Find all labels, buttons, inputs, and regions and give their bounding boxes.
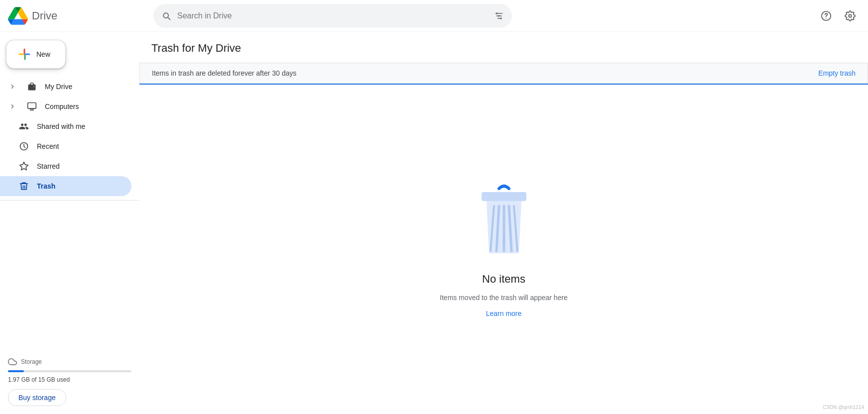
trash-notice-bar: Items in trash are deleted forever after… [139,63,868,84]
svg-point-8 [849,14,852,17]
recent-icon [19,141,29,151]
storage-used-text: 1.97 GB of 15 GB used [8,376,131,383]
plus-icon [18,48,30,60]
svg-point-4 [498,15,499,16]
svg-rect-16 [482,192,526,201]
svg-point-3 [496,12,497,14]
storage-section-label: Storage [21,358,42,365]
svg-rect-2 [497,18,501,19]
help-button[interactable] [816,6,836,26]
computers-icon [27,102,37,111]
svg-rect-14 [30,108,34,109]
nav-divider [0,200,139,201]
sidebar-item-computers-label: Computers [45,103,79,110]
sidebar-item-trash[interactable]: Trash [0,176,131,196]
drive-logo-icon [8,6,28,26]
storage-bar-bg [8,370,131,372]
search-icon [161,11,171,21]
logo-area: Drive [8,6,147,26]
expand-arrow-computers-icon [8,102,17,111]
shared-with-me-icon [19,121,29,131]
trash-icon [19,181,29,191]
empty-state-subtitle: Items moved to the trash will appear her… [440,294,568,302]
new-button-label: New [36,50,50,58]
sidebar-item-starred-label: Starred [37,162,60,170]
header: Drive [0,0,868,32]
svg-point-7 [826,17,827,18]
empty-state-title: No items [482,273,525,286]
sidebar-item-shared-label: Shared with me [37,122,85,130]
sidebar-item-my-drive-label: My Drive [45,83,72,91]
svg-point-5 [500,17,502,19]
trash-illustration [469,181,539,261]
starred-icon [19,161,29,171]
sidebar: New My Drive Computers [0,32,139,414]
sidebar-item-recent[interactable]: Recent [0,136,131,156]
expand-arrow-icon [8,82,17,91]
sidebar-item-trash-label: Trash [37,182,55,190]
main-layout: New My Drive Computers [0,32,868,414]
sidebar-item-shared[interactable]: Shared with me [0,116,131,136]
sidebar-item-starred[interactable]: Starred [0,156,131,176]
settings-icon [845,10,856,21]
learn-more-link[interactable]: Learn more [486,310,522,317]
search-input[interactable] [177,11,488,20]
settings-button[interactable] [840,6,860,26]
cloud-icon [8,357,17,366]
help-icon [821,10,832,21]
search-filter-icon[interactable] [494,11,504,21]
storage-section: Storage 1.97 GB of 15 GB used Buy storag… [0,353,139,410]
svg-rect-13 [28,103,36,109]
storage-bar-fill [8,370,24,372]
trash-notice-text: Items in trash are deleted forever after… [152,69,296,77]
empty-state: No items Items moved to the trash will a… [139,85,868,414]
watermark: CSDN @qmh1114 [823,405,864,410]
sidebar-item-recent-label: Recent [37,142,59,150]
my-drive-icon [27,82,37,92]
content-area: Trash for My Drive Items in trash are de… [139,32,868,414]
sidebar-item-computers[interactable]: Computers [0,97,131,116]
sidebar-item-my-drive[interactable]: My Drive [0,77,131,97]
empty-trash-button[interactable]: Empty trash [818,69,856,77]
new-button[interactable]: New [6,40,66,69]
storage-label: Storage [8,357,131,366]
page-title: Trash for My Drive [139,42,868,63]
search-bar[interactable] [153,4,512,28]
buy-storage-button[interactable]: Buy storage [8,389,66,406]
app-title: Drive [32,9,57,22]
header-actions [816,6,860,26]
